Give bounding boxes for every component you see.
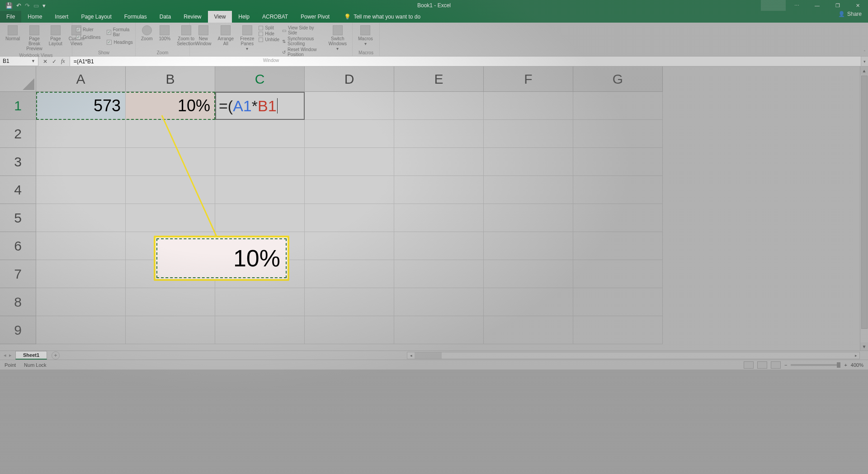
col-header-A[interactable]: A: [36, 66, 126, 92]
cell[interactable]: [215, 204, 305, 232]
split-button[interactable]: Split: [259, 25, 279, 30]
vertical-scrollbar[interactable]: ▲ ▼: [860, 66, 868, 351]
formula-input[interactable]: =(A1*B1: [70, 57, 861, 66]
select-all-corner[interactable]: [0, 66, 36, 92]
tab-help[interactable]: Help: [232, 11, 256, 23]
row-header-6[interactable]: 6: [0, 232, 36, 260]
cell[interactable]: [394, 204, 484, 232]
row-header-9[interactable]: 9: [0, 316, 36, 344]
redo-icon[interactable]: ↷: [25, 2, 30, 9]
cell[interactable]: [394, 120, 484, 148]
scroll-thumb[interactable]: [861, 76, 868, 329]
ruler-checkbox[interactable]: ✓Ruler: [76, 27, 100, 32]
cell[interactable]: [36, 260, 126, 288]
cell[interactable]: [394, 176, 484, 204]
cell[interactable]: [126, 148, 215, 176]
cells-area[interactable]: 573 10% =(A1*B1: [36, 92, 860, 351]
expand-formula-bar-icon[interactable]: ▾: [861, 57, 868, 66]
cell[interactable]: [573, 120, 663, 148]
cell[interactable]: [484, 120, 573, 148]
cell[interactable]: [126, 288, 215, 316]
undo-icon[interactable]: ↶: [16, 2, 21, 9]
cell[interactable]: [394, 260, 484, 288]
col-header-F[interactable]: F: [484, 66, 573, 92]
row-header-4[interactable]: 4: [0, 176, 36, 204]
new-window-button[interactable]: New Window: [193, 24, 213, 47]
sheet-nav-left-icon[interactable]: ◂: [4, 352, 6, 358]
col-header-G[interactable]: G: [573, 66, 663, 92]
cell[interactable]: [126, 316, 215, 344]
cell[interactable]: [573, 204, 663, 232]
cell[interactable]: [305, 260, 394, 288]
cell[interactable]: [305, 176, 394, 204]
freeze-panes-button[interactable]: Freeze Panes ▾: [238, 24, 256, 52]
gridlines-checkbox[interactable]: ✓Gridlines: [76, 35, 100, 40]
cell[interactable]: [484, 316, 573, 344]
zoom-value[interactable]: 400%: [851, 362, 863, 368]
cell[interactable]: [36, 316, 126, 344]
cell-E1[interactable]: [394, 92, 484, 120]
unhide-button[interactable]: Unhide: [259, 37, 279, 42]
insert-function-icon[interactable]: fx: [61, 58, 65, 65]
col-header-D[interactable]: D: [305, 66, 394, 92]
save-icon[interactable]: 💾: [5, 2, 13, 9]
hscroll-left-icon[interactable]: ◂: [407, 353, 415, 358]
cell[interactable]: [394, 232, 484, 260]
arrange-all-button[interactable]: Arrange All: [216, 24, 236, 47]
hscroll-right-icon[interactable]: ▸: [852, 353, 859, 358]
tab-page-layout[interactable]: Page Layout: [75, 11, 118, 23]
headings-checkbox[interactable]: ✓Headings: [107, 40, 132, 45]
page-layout-view-icon[interactable]: [757, 361, 767, 369]
cell[interactable]: [36, 232, 126, 260]
cell[interactable]: [394, 288, 484, 316]
zoom-in-icon[interactable]: +: [844, 362, 847, 368]
account-block[interactable]: [761, 0, 786, 11]
macros-button[interactable]: Macros ▾: [356, 24, 375, 47]
cell[interactable]: [484, 148, 573, 176]
normal-view-icon[interactable]: [744, 361, 754, 369]
cell-B1[interactable]: 10%: [126, 92, 215, 120]
col-header-B[interactable]: B: [126, 66, 215, 92]
page-layout-view-button[interactable]: Page Layout: [47, 24, 64, 47]
page-break-preview-button[interactable]: Page Break Preview: [24, 24, 44, 52]
row-header-7[interactable]: 7: [0, 260, 36, 288]
cell[interactable]: [305, 120, 394, 148]
synchronous-scrolling-button[interactable]: ⇅ Synchronous Scrolling: [282, 36, 324, 46]
cell[interactable]: [484, 176, 573, 204]
sheet-tab-sheet1[interactable]: Sheet1: [15, 351, 47, 360]
cell[interactable]: [215, 176, 305, 204]
scroll-up-icon[interactable]: ▲: [860, 66, 868, 75]
cell-F1[interactable]: [484, 92, 573, 120]
collapse-ribbon-icon[interactable]: ˆ: [864, 50, 865, 55]
col-header-E[interactable]: E: [394, 66, 484, 92]
cell[interactable]: [573, 288, 663, 316]
name-box-dropdown-icon[interactable]: ▼: [31, 59, 35, 63]
cell[interactable]: [305, 148, 394, 176]
cell[interactable]: [126, 120, 215, 148]
tab-file[interactable]: File: [0, 11, 21, 23]
cell[interactable]: [484, 232, 573, 260]
tab-data[interactable]: Data: [153, 11, 177, 23]
tell-me-search[interactable]: 💡 Tell me what you want to do: [336, 11, 420, 23]
zoom-100-button[interactable]: 100%: [157, 24, 173, 42]
cell[interactable]: [484, 260, 573, 288]
tab-formulas[interactable]: Formulas: [118, 11, 153, 23]
cell[interactable]: [484, 204, 573, 232]
switch-windows-button[interactable]: Switch Windows ▾: [326, 24, 349, 52]
page-break-view-icon[interactable]: [771, 361, 781, 369]
cell[interactable]: [36, 148, 126, 176]
close-button[interactable]: ✕: [848, 0, 868, 11]
cell[interactable]: [394, 148, 484, 176]
tab-acrobat[interactable]: ACROBAT: [256, 11, 294, 23]
cell[interactable]: [573, 316, 663, 344]
qat-more-icon[interactable]: ▾: [42, 2, 46, 9]
tab-insert[interactable]: Insert: [48, 11, 75, 23]
cell[interactable]: [394, 316, 484, 344]
name-box[interactable]: B1 ▼: [0, 57, 38, 66]
hide-button[interactable]: Hide: [259, 31, 279, 36]
tab-view[interactable]: View: [208, 11, 232, 23]
formula-cancel-icon[interactable]: ✕: [43, 58, 47, 65]
cell[interactable]: [573, 176, 663, 204]
cell[interactable]: [305, 232, 394, 260]
cell[interactable]: [305, 316, 394, 344]
